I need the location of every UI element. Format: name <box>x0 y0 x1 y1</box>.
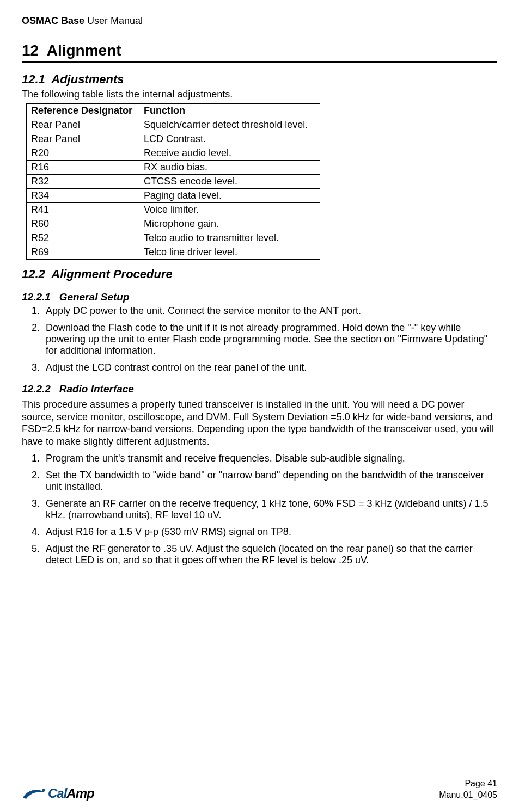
td-ref: Rear Panel <box>27 118 139 132</box>
td-func: Receive audio level. <box>139 146 320 161</box>
table-row: Rear Panel Squelch/carrier detect thresh… <box>27 118 320 132</box>
logo-part2: Amp <box>66 786 94 801</box>
header-product-bold: OSMAC Base <box>22 15 84 26</box>
header-product-rest: User Manual <box>84 15 143 26</box>
td-func: Paging data level. <box>139 189 320 203</box>
section-title: Adjustments <box>51 72 124 86</box>
radio-interface-lead: This procedure assumes a properly tuned … <box>22 398 497 447</box>
list-item: Adjust R16 for a 1.5 V p-p (530 mV RMS) … <box>42 526 497 538</box>
chapter-number: 12 <box>22 42 39 59</box>
td-func: RX audio bias. <box>139 161 320 175</box>
td-ref: R60 <box>27 217 139 231</box>
list-item: Download the Flash code to the unit if i… <box>42 322 497 356</box>
td-ref: R34 <box>27 189 139 203</box>
subsection-general-setup-heading: 12.2.1 General Setup <box>22 291 497 303</box>
section-number: 12.1 <box>22 72 45 86</box>
table-row: R69 Telco line driver level. <box>27 245 320 260</box>
table-row: Rear Panel LCD Contrast. <box>27 132 320 146</box>
table-header-row: Reference Designator Function <box>27 104 320 118</box>
section-adjustments-heading: 12.1 Adjustments <box>22 72 497 87</box>
table-row: R16 RX audio bias. <box>27 161 320 175</box>
doc-number: Manu.01_0405 <box>439 790 497 801</box>
td-func: Telco audio to transmitter level. <box>139 231 320 245</box>
td-func: Telco line driver level. <box>139 245 320 260</box>
td-ref: R41 <box>27 203 139 217</box>
subsection-title: General Setup <box>59 291 130 303</box>
footer-right: Page 41 Manu.01_0405 <box>439 778 497 801</box>
calamp-logo: CalAmp <box>22 786 94 801</box>
table-row: R34 Paging data level. <box>27 189 320 203</box>
section1-lead: The following table lists the internal a… <box>22 89 497 100</box>
td-func: LCD Contrast. <box>139 132 320 146</box>
td-ref: R52 <box>27 231 139 245</box>
table-row: R52 Telco audio to transmitter level. <box>27 231 320 245</box>
logo-part1: Cal <box>48 786 66 801</box>
th-function: Function <box>139 104 320 118</box>
page-footer: CalAmp Page 41 Manu.01_0405 <box>22 778 497 801</box>
logo-swoosh-icon <box>22 787 47 800</box>
th-reference: Reference Designator <box>27 104 139 118</box>
td-func: CTCSS encode level. <box>139 175 320 189</box>
list-item: Set the TX bandwidth to "wide band" or "… <box>42 470 497 493</box>
general-setup-list: Apply DC power to the unit. Connect the … <box>22 305 497 373</box>
adjustments-table: Reference Designator Function Rear Panel… <box>26 103 320 260</box>
list-item: Generate an RF carrier on the receive fr… <box>42 498 497 521</box>
logo-text: CalAmp <box>48 786 94 801</box>
td-func: Microphone gain. <box>139 217 320 231</box>
section-alignment-heading: 12.2 Alignment Procedure <box>22 267 497 281</box>
section-title: Alignment Procedure <box>51 267 172 281</box>
list-item: Program the unit's transmit and receive … <box>42 453 497 464</box>
table-row: R41 Voice limiter. <box>27 203 320 217</box>
list-item: Apply DC power to the unit. Connect the … <box>42 305 497 317</box>
td-func: Squelch/carrier detect threshold level. <box>139 118 320 132</box>
subsection-radio-interface-heading: 12.2.2 Radio Interface <box>22 383 497 395</box>
td-ref: Rear Panel <box>27 132 139 146</box>
td-ref: R32 <box>27 175 139 189</box>
running-header: OSMAC Base User Manual <box>22 15 497 27</box>
subsection-number: 12.2.2 <box>22 383 51 395</box>
chapter-rule <box>22 61 497 63</box>
section-number: 12.2 <box>22 267 45 281</box>
td-ref: R69 <box>27 245 139 260</box>
table-row: R20 Receive audio level. <box>27 146 320 161</box>
page-number: Page 41 <box>439 778 497 790</box>
td-func: Voice limiter. <box>139 203 320 217</box>
list-item: Adjust the LCD contrast control on the r… <box>42 362 497 373</box>
td-ref: R16 <box>27 161 139 175</box>
table-row: R60 Microphone gain. <box>27 217 320 231</box>
svg-point-0 <box>42 789 45 792</box>
list-item: Adjust the RF generator to .35 uV. Adjus… <box>42 543 497 566</box>
td-ref: R20 <box>27 146 139 161</box>
radio-interface-list: Program the unit's transmit and receive … <box>22 453 497 566</box>
table-row: R32 CTCSS encode level. <box>27 175 320 189</box>
subsection-number: 12.2.1 <box>22 291 51 303</box>
subsection-title: Radio Interface <box>59 383 134 395</box>
chapter-title: Alignment <box>47 42 121 59</box>
chapter-heading: 12 Alignment <box>22 42 497 59</box>
